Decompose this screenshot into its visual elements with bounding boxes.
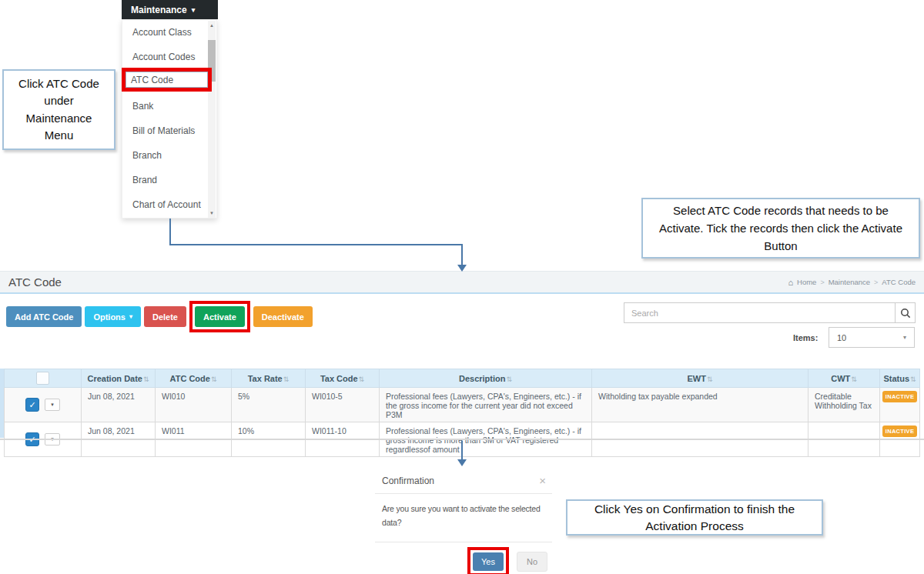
- atc-code-table: Creation Date⇅ ATC Code⇅ Tax Rate⇅ Tax C…: [4, 369, 920, 457]
- sort-icon: ⇅: [359, 375, 365, 383]
- add-atc-code-button[interactable]: Add ATC Code: [6, 306, 82, 327]
- items-select-value: 10: [837, 333, 846, 342]
- confirmation-dialog: Confirmation × Are you sure you want to …: [375, 469, 552, 574]
- header-atc-code[interactable]: ATC Code⇅: [156, 369, 232, 388]
- chevron-down-icon: ▾: [903, 334, 906, 341]
- chevron-down-icon: ▾: [129, 313, 132, 320]
- chevron-down-icon: ▾: [51, 402, 54, 408]
- header-label: EWT: [688, 374, 706, 383]
- menu-item-bank[interactable]: Bank: [122, 94, 216, 118]
- home-icon: ⌂: [788, 278, 793, 287]
- sort-icon: ⇅: [283, 375, 290, 383]
- deactivate-button[interactable]: Deactivate: [253, 306, 313, 327]
- row-actions-button[interactable]: ▾: [45, 399, 60, 411]
- header-label: Description: [459, 374, 506, 383]
- breadcrumb-separator: >: [874, 279, 878, 286]
- annotation-text: Select ATC Code records that needs to be…: [653, 202, 909, 255]
- header-label: Status: [883, 374, 909, 383]
- header-label: Tax Rate: [248, 374, 283, 383]
- scroll-down-icon[interactable]: ▼: [208, 211, 216, 215]
- items-per-page-select[interactable]: 10 ▾: [829, 327, 915, 348]
- flow-arrow-menu-to-page: [170, 219, 462, 265]
- status-badge: INACTIVE: [882, 391, 917, 402]
- menu-item-account-class[interactable]: Account Class: [122, 20, 216, 45]
- sort-icon: ⇅: [211, 375, 217, 383]
- header-creation-date[interactable]: Creation Date⇅: [82, 369, 156, 388]
- header-ewt[interactable]: EWT⇅: [592, 369, 808, 388]
- options-button[interactable]: Options ▾: [85, 306, 141, 327]
- search-input[interactable]: [624, 302, 896, 323]
- annotation-text: Click Yes on Confirmation to finish the …: [575, 501, 814, 534]
- table-row: ✓ ▾ Jun 08, 2021 WI010 5% WI010-5 Profes…: [5, 388, 920, 422]
- header-label: ATC Code: [170, 374, 210, 383]
- dropdown-scrollbar[interactable]: ▲ ▼: [208, 21, 216, 218]
- page-title-bar: ATC Code ⌂ Home > Maintenance > ATC Code: [0, 272, 924, 294]
- options-button-label: Options: [93, 312, 126, 322]
- dialog-footer: Yes No: [375, 542, 552, 574]
- dialog-title: Confirmation: [382, 476, 434, 486]
- status-badge: INACTIVE: [882, 425, 917, 437]
- cell-status: INACTIVE: [880, 388, 920, 422]
- page-title: ATC Code: [8, 275, 62, 289]
- sort-icon: ⇅: [143, 375, 149, 383]
- annotation-click-yes: Click Yes on Confirmation to finish the …: [566, 499, 823, 536]
- cell-tax-code: WI010-5: [306, 388, 380, 422]
- search-button[interactable]: [895, 302, 916, 323]
- header-status[interactable]: Status⇅: [880, 369, 920, 388]
- menu-item-brand[interactable]: Brand: [122, 168, 216, 192]
- tutorial-canvas: Maintenance ▾ Account Class Account Code…: [0, 0, 924, 574]
- maintenance-dropdown-panel: Account Class Account Codes ATC Code Ban…: [122, 19, 217, 219]
- header-tax-code[interactable]: Tax Code⇅: [306, 369, 380, 388]
- search-icon: [900, 308, 911, 319]
- sort-icon: ⇅: [707, 375, 713, 383]
- cell-cwt: Creditable Withholding Tax: [808, 388, 880, 422]
- cell-atc-code: WI010: [156, 388, 232, 422]
- yes-highlight-box: Yes: [467, 547, 509, 574]
- menu-item-branch[interactable]: Branch: [122, 143, 216, 168]
- maintenance-menu-button[interactable]: Maintenance ▾: [122, 0, 218, 19]
- cell-tax-rate: 5%: [232, 388, 306, 422]
- row-select-cell: ✓ ▾: [5, 388, 82, 422]
- check-icon: ✓: [28, 400, 35, 410]
- header-label: Tax Code: [320, 374, 358, 383]
- toolbar: Add ATC Code Options ▾ Delete Activate D…: [6, 301, 313, 332]
- sort-icon: ⇅: [910, 375, 916, 383]
- breadcrumb-home[interactable]: Home: [797, 278, 816, 286]
- delete-button[interactable]: Delete: [144, 306, 186, 327]
- breadcrumb-atc-code: ATC Code: [882, 278, 916, 286]
- dialog-header: Confirmation ×: [375, 469, 552, 493]
- select-all-checkbox[interactable]: [36, 372, 49, 385]
- header-cwt[interactable]: CWT⇅: [808, 369, 880, 388]
- page-bottom-edge: [0, 439, 924, 440]
- items-label: Items:: [793, 333, 818, 342]
- annotation-text: Click ATC Code under Maintenance Menu: [17, 75, 101, 145]
- activate-highlight-box: Activate: [189, 301, 250, 332]
- maintenance-menu-label: Maintenance: [131, 5, 187, 15]
- header-label: Creation Date: [87, 374, 142, 383]
- sort-icon: ⇅: [506, 375, 512, 383]
- row-checkbox-checked[interactable]: ✓: [25, 398, 39, 412]
- close-icon[interactable]: ×: [539, 475, 546, 486]
- breadcrumb-separator: >: [820, 279, 824, 286]
- no-button[interactable]: No: [517, 552, 547, 572]
- cell-description: Professional fees (Lawyers, CPA's, Engin…: [380, 388, 592, 422]
- sort-icon: ⇅: [851, 375, 857, 383]
- cell-creation-date: Jun 08, 2021: [82, 388, 156, 422]
- yes-button[interactable]: Yes: [473, 552, 504, 571]
- dialog-message: Are you sure you want to activate the se…: [375, 494, 552, 542]
- activate-button[interactable]: Activate: [195, 306, 245, 327]
- menu-item-account-codes[interactable]: Account Codes: [122, 45, 216, 69]
- menu-item-atc-code-highlighted[interactable]: ATC Code: [126, 72, 208, 88]
- flow-arrowhead-2: [457, 459, 467, 466]
- header-description[interactable]: Description⇅: [380, 369, 592, 388]
- menu-item-chart-of-account[interactable]: Chart of Account: [122, 192, 216, 217]
- breadcrumb-maintenance[interactable]: Maintenance: [829, 278, 870, 286]
- header-tax-rate[interactable]: Tax Rate⇅: [232, 369, 306, 388]
- header-label: CWT: [831, 374, 850, 383]
- table-header-row: Creation Date⇅ ATC Code⇅ Tax Rate⇅ Tax C…: [5, 369, 920, 388]
- breadcrumb: ⌂ Home > Maintenance > ATC Code: [788, 278, 916, 287]
- atc-code-page: ATC Code ⌂ Home > Maintenance > ATC Code…: [0, 271, 924, 441]
- scroll-up-icon[interactable]: ▲: [208, 23, 216, 28]
- menu-item-bill-of-materials[interactable]: Bill of Materials: [122, 118, 216, 143]
- annotation-click-atc-code: Click ATC Code under Maintenance Menu: [2, 69, 116, 150]
